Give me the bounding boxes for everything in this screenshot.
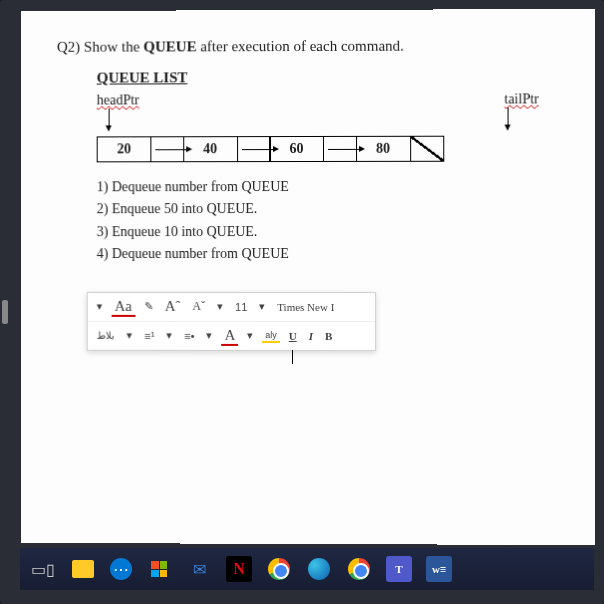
head-pointer-label: headPtr bbox=[97, 92, 140, 108]
netflix-button[interactable]: N bbox=[226, 556, 252, 582]
next-pointer-icon bbox=[238, 137, 270, 161]
file-explorer-button[interactable] bbox=[70, 556, 96, 582]
dropdown-icon[interactable]: ▾ bbox=[244, 328, 256, 343]
grow-font-button[interactable]: Aˆ bbox=[162, 297, 184, 316]
queue-node: 20 bbox=[97, 136, 185, 162]
dropdown-icon[interactable]: ▾ bbox=[256, 299, 268, 314]
highlight-button[interactable]: aly bbox=[262, 329, 279, 343]
floating-format-toolbar: ▾ Aa ✎ Aˆ Aˇ ▾ 11 ▾ Times New I بلاط ▾ ≡… bbox=[87, 292, 376, 351]
dropdown-icon[interactable]: ▾ bbox=[204, 328, 216, 343]
rtl-text-button[interactable]: بلاط bbox=[94, 329, 118, 342]
tail-arrow-icon bbox=[508, 108, 509, 130]
queue-node: 60 bbox=[269, 136, 357, 162]
word-button[interactable]: w≡ bbox=[426, 556, 452, 582]
format-painter-icon[interactable]: ✎ bbox=[141, 299, 156, 314]
font-color-button[interactable]: A bbox=[221, 326, 238, 346]
queue-value: 20 bbox=[98, 137, 152, 161]
next-pointer-icon bbox=[151, 137, 183, 161]
text-cursor-icon bbox=[292, 350, 293, 364]
bold-button[interactable]: B bbox=[322, 329, 335, 343]
chrome-button-2[interactable] bbox=[346, 556, 372, 582]
next-pointer-icon bbox=[324, 137, 356, 161]
pointer-labels-row: headPtr tailPtr bbox=[97, 91, 539, 108]
tail-pointer-label: tailPtr bbox=[504, 91, 538, 107]
font-size-input[interactable]: 11 bbox=[232, 300, 250, 314]
mail-button[interactable]: ✉ bbox=[186, 556, 212, 582]
queue-list-heading: QUEUE LIST bbox=[97, 68, 559, 86]
toolbar-row-2: بلاط ▾ ≡¹ ▾ ≡• ▾ A ▾ aly U I B bbox=[88, 321, 375, 349]
font-name-input[interactable]: Times New I bbox=[274, 300, 337, 314]
monitor-frame: Q2) Show the QUEUE after execution of ea… bbox=[0, 0, 604, 604]
head-arrow-icon bbox=[109, 108, 110, 130]
taskbar: ▭▯ ⋯ ✉ N T w≡ bbox=[20, 548, 594, 590]
question-text: Q2) Show the QUEUE after execution of ea… bbox=[57, 37, 559, 56]
operations-list: 1) Dequeue number from QUEUE 2) Enqueue … bbox=[97, 176, 559, 266]
queue-node: 80 bbox=[356, 136, 444, 162]
word-label: w bbox=[432, 563, 440, 575]
queue-diagram: 20 40 60 80 bbox=[97, 135, 559, 162]
underline-button[interactable]: U bbox=[286, 329, 300, 343]
dropdown-icon[interactable]: ▾ bbox=[163, 328, 175, 343]
dropdown-icon[interactable]: ▾ bbox=[124, 328, 136, 343]
teams-button[interactable]: T bbox=[386, 556, 412, 582]
grow-font-label: A bbox=[165, 298, 176, 314]
question-suffix: after execution of each command. bbox=[197, 38, 404, 55]
null-pointer-icon bbox=[411, 137, 443, 161]
chrome-button[interactable] bbox=[266, 556, 292, 582]
list-item: 1) Dequeue number from QUEUE bbox=[97, 176, 559, 199]
dropdown-icon[interactable]: ▾ bbox=[214, 299, 226, 314]
toolbar-row-1: ▾ Aa ✎ Aˆ Aˇ ▾ 11 ▾ Times New I bbox=[88, 293, 375, 322]
list-item: 4) Dequeue number from QUEUE bbox=[97, 243, 559, 266]
text-style-button[interactable]: Aa bbox=[112, 297, 135, 317]
document-content: Q2) Show the QUEUE after execution of ea… bbox=[21, 9, 595, 351]
chat-app-button[interactable]: ⋯ bbox=[110, 558, 132, 580]
pointer-arrows-row bbox=[97, 107, 539, 136]
list-item: 2) Enqueue 50 into QUEUE. bbox=[97, 198, 559, 221]
task-view-button[interactable]: ▭▯ bbox=[30, 556, 56, 582]
start-button[interactable] bbox=[146, 556, 172, 582]
dropdown-icon[interactable]: ▾ bbox=[94, 299, 106, 314]
list-item: 3) Enqueue 10 into QUEUE. bbox=[97, 221, 559, 244]
queue-node: 40 bbox=[183, 136, 271, 162]
shrink-font-button[interactable]: Aˇ bbox=[190, 298, 209, 315]
italic-button[interactable]: I bbox=[306, 329, 316, 343]
shrink-font-label: A bbox=[193, 299, 202, 313]
document-screen: Q2) Show the QUEUE after execution of ea… bbox=[21, 9, 595, 545]
numbered-list-button[interactable]: ≡¹ bbox=[141, 328, 157, 342]
edge-button[interactable] bbox=[306, 556, 332, 582]
text-cursor-indicator bbox=[2, 300, 8, 324]
bullet-list-button[interactable]: ≡• bbox=[181, 328, 197, 342]
question-prefix: Q2) Show the bbox=[57, 39, 144, 55]
question-bold: QUEUE bbox=[143, 38, 196, 54]
